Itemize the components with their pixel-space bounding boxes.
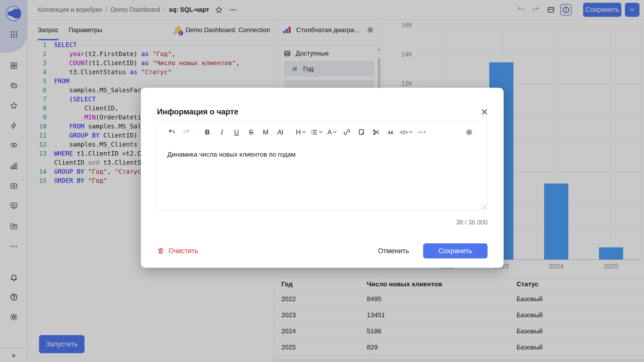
bold-button[interactable]: B: [202, 126, 213, 138]
chevron-down-icon: [408, 128, 413, 136]
code-button[interactable]: </>: [400, 126, 413, 138]
toolbar-divider: [197, 127, 197, 138]
underline-button[interactable]: U: [231, 126, 242, 138]
clear-button[interactable]: Очистить: [157, 247, 198, 255]
link-button[interactable]: [341, 126, 352, 138]
monospace-button[interactable]: M: [260, 126, 271, 138]
chart-info-dialog: Информация о чарте BIUSMAIHA</>··· Динам…: [141, 88, 504, 268]
redo-button[interactable]: [181, 126, 192, 138]
text-style-button[interactable]: AI: [275, 126, 286, 138]
chevron-down-icon: [332, 128, 337, 136]
strikethrough-button[interactable]: S: [246, 126, 257, 138]
chevron-down-icon: [301, 128, 306, 136]
list-button[interactable]: [310, 126, 323, 138]
dialog-footer: Очистить Отменить Сохранить: [157, 243, 488, 258]
editor-toolbar: BIUSMAIHA</>···: [166, 120, 478, 144]
rich-text-editor: BIUSMAIHA</>··· Динамика числа новых кли…: [157, 120, 488, 211]
dialog-title: Информация о чарте: [157, 107, 238, 116]
note-button[interactable]: [356, 126, 367, 138]
italic-button[interactable]: I: [216, 126, 227, 138]
resize-handle[interactable]: [481, 204, 485, 208]
quote-button[interactable]: [385, 126, 396, 138]
description-text-input[interactable]: Динамика числа новых клиентов по годам: [167, 151, 477, 158]
toolbar-divider: [291, 127, 291, 138]
more-button[interactable]: ···: [417, 126, 428, 138]
text-color-button[interactable]: A: [327, 126, 338, 138]
clear-button-label: Очистить: [169, 247, 198, 255]
trash-icon: [157, 247, 165, 255]
datalens-app: Коллекции и воркбуки/Demo Dashboard/sq: …: [0, 0, 644, 362]
char-counter: 38 / 36 000: [456, 219, 488, 226]
cut-button[interactable]: [371, 126, 382, 138]
chevron-down-icon: [318, 128, 323, 136]
undo-button[interactable]: [166, 126, 177, 138]
cancel-button[interactable]: Отменить: [369, 243, 418, 258]
heading-button[interactable]: H: [296, 126, 307, 138]
dialog-save-button[interactable]: Сохранить: [423, 243, 488, 258]
editor-settings-button[interactable]: [464, 126, 475, 138]
close-icon[interactable]: [477, 105, 492, 119]
